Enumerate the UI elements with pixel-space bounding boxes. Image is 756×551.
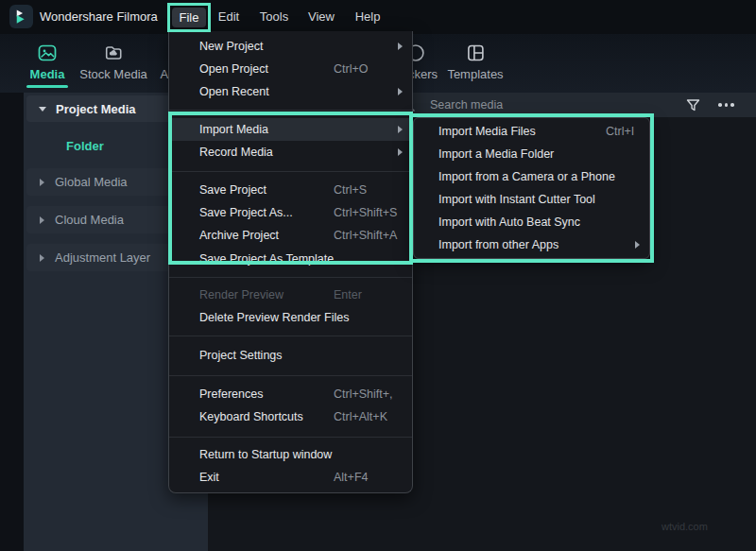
tab-stock-media[interactable]: Stock Media [79,43,147,81]
media-icon [37,43,58,63]
chevron-right-icon [40,254,44,262]
sidebar-item-folder[interactable]: Folder [66,134,104,159]
chevron-right-icon [40,216,44,224]
filmora-window: Wondershare Filmora File Edit Tools View… [0,0,756,551]
menu-item-new-project[interactable]: New Project [169,35,412,58]
tab-templates[interactable]: Templates [447,43,503,81]
title-bar: Wondershare Filmora File Edit Tools View… [0,0,756,34]
menu-item-return-to-startup-window[interactable]: Return to Startup window [169,443,412,466]
tab-templates-label: Templates [447,67,503,81]
menu-separator [169,336,412,336]
menu-item-open-project[interactable]: Open ProjectCtrl+O [169,58,412,80]
menu-item-project-settings[interactable]: Project Settings [169,344,412,367]
menubar-item-help[interactable]: Help [347,0,388,34]
tab-media[interactable]: Media [26,43,68,88]
filmora-logo-glyph [12,8,30,26]
left-edge-panel [0,93,24,551]
menu-separator [169,437,412,438]
tab-media-label: Media [30,67,65,81]
menubar-item-view[interactable]: View [301,0,342,34]
menubar-item-tools[interactable]: Tools [253,0,295,34]
more-options-icon[interactable] [718,103,734,107]
templates-icon [465,43,486,63]
stock-media-folder-icon [103,43,124,63]
filmora-logo-icon [9,5,33,28]
annotation-box-import-submenu [409,113,654,263]
menu-separator [169,375,412,376]
submenu-arrow-icon [398,43,403,50]
app-title: Wondershare Filmora [40,0,158,34]
menu-item-exit[interactable]: ExitAlt+F4 [169,466,412,489]
sidebar-project-media-label: Project Media [56,102,136,116]
sidebar-adjustment-layer-label: Adjustment Layer [55,250,150,265]
menu-separator [169,277,412,278]
menu-item-open-recent[interactable]: Open Recent [169,80,412,103]
menu-separator [169,110,412,111]
sidebar-global-media-label: Global Media [55,175,128,189]
menu-item-delete-preview-render-files[interactable]: Delete Preview Render Files [169,306,412,329]
menu-item-keyboard-shortcuts[interactable]: Keyboard ShortcutsCtrl+Alt+K [169,405,412,428]
active-tab-underline [26,85,68,88]
chevron-right-icon [40,179,44,186]
menubar-item-edit[interactable]: Edit [210,0,248,34]
menu-item-render-preview: Render PreviewEnter [169,284,412,306]
menu-item-preferences[interactable]: PreferencesCtrl+Shift+, [169,383,412,405]
tab-stock-media-label: Stock Media [79,67,147,81]
submenu-arrow-icon [398,88,403,95]
annotation-box-import-section [168,112,413,265]
chevron-down-icon [39,107,46,112]
annotation-box-file [167,3,211,32]
filter-icon[interactable] [685,97,701,113]
watermark: wtvid.com [662,521,708,532]
sidebar-cloud-media-label: Cloud Media [55,213,124,227]
